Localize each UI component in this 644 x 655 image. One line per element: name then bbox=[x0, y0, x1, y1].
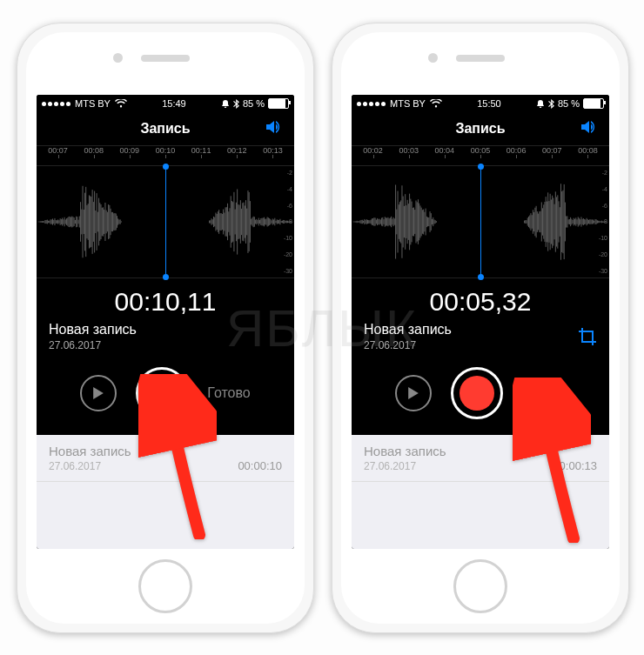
ruler-tick: 00:04 bbox=[426, 146, 462, 155]
ruler-tick: 00:11 bbox=[184, 146, 219, 155]
signal-icon bbox=[42, 102, 70, 106]
screen: MTS BY 15:50 85 % Запись 00:0200:0300:04… bbox=[352, 95, 609, 549]
signal-icon bbox=[357, 102, 386, 106]
timer: 00:05,32 bbox=[352, 278, 609, 322]
playhead[interactable] bbox=[480, 166, 481, 277]
waveform[interactable]: -2-4-6-8-10-20-30 bbox=[352, 166, 609, 278]
status-bar: MTS BY 15:50 85 % bbox=[352, 95, 609, 112]
list-item-name: Новая запись bbox=[49, 444, 131, 458]
controls: Готово bbox=[37, 360, 294, 435]
recording-name[interactable]: Новая запись bbox=[364, 322, 597, 338]
ruler-tick: 00:13 bbox=[255, 146, 291, 155]
list-item-duration: 00:00:13 bbox=[553, 459, 597, 472]
nav-bar: Запись bbox=[352, 112, 609, 146]
play-button[interactable] bbox=[80, 375, 117, 411]
recording-date: 27.06.2017 bbox=[364, 339, 597, 351]
ruler-tick: 00:08 bbox=[76, 146, 111, 155]
waveform[interactable]: -2-4-6-8-10-20-30 bbox=[37, 166, 294, 278]
phone-speaker bbox=[141, 55, 190, 62]
clock: 15:49 bbox=[127, 98, 221, 109]
speaker-button[interactable] bbox=[266, 119, 285, 138]
carrier-label: MTS BY bbox=[390, 98, 426, 109]
db-scale: -2-4-6-8-10-20-30 bbox=[284, 170, 292, 274]
play-button[interactable] bbox=[395, 375, 432, 411]
battery-pct: 85 % bbox=[558, 98, 580, 109]
recording-date: 27.06.2017 bbox=[49, 339, 282, 351]
ruler-tick: 00:03 bbox=[391, 146, 426, 155]
recordings-list[interactable]: Новая запись 27.06.2017 00:00:10 bbox=[37, 435, 294, 549]
controls: Готово bbox=[352, 360, 609, 435]
screen: MTS BY 15:49 85 % Запись 00:0700:0800:09… bbox=[37, 95, 294, 549]
recording-info: Новая запись 27.06.2017 bbox=[352, 322, 609, 360]
ruler-tick: 00:06 bbox=[499, 146, 534, 155]
crop-button[interactable] bbox=[578, 327, 597, 350]
recording-name[interactable]: Новая запись bbox=[49, 322, 282, 338]
alarm-icon bbox=[536, 99, 545, 108]
record-button[interactable] bbox=[451, 367, 503, 419]
list-item-date: 27.06.2017 bbox=[364, 460, 446, 472]
playhead[interactable] bbox=[165, 166, 166, 277]
status-bar: MTS BY 15:49 85 % bbox=[37, 95, 294, 112]
bluetooth-icon bbox=[233, 99, 239, 109]
phone-right: MTS BY 15:50 85 % Запись 00:0200:0300:04… bbox=[332, 23, 629, 633]
nav-bar: Запись bbox=[37, 112, 294, 146]
phone-left: MTS BY 15:49 85 % Запись 00:0700:0800:09… bbox=[17, 23, 314, 633]
ruler-tick: 00:09 bbox=[111, 146, 147, 155]
ruler-tick: 00:10 bbox=[147, 146, 183, 155]
nav-title: Запись bbox=[455, 121, 505, 137]
ruler-tick: 00:05 bbox=[462, 146, 498, 155]
ruler-tick: 00:07 bbox=[40, 146, 76, 155]
done-button: Готово bbox=[207, 385, 250, 401]
battery-pct: 85 % bbox=[243, 98, 265, 109]
list-item[interactable]: Новая запись 27.06.2017 00:00:10 bbox=[37, 435, 294, 482]
alarm-icon bbox=[221, 99, 230, 108]
stop-button[interactable] bbox=[136, 367, 188, 419]
list-item-duration: 00:00:10 bbox=[238, 459, 282, 472]
home-button[interactable] bbox=[453, 559, 507, 613]
db-scale: -2-4-6-8-10-20-30 bbox=[599, 170, 607, 274]
list-item-name: Новая запись bbox=[364, 444, 446, 458]
wifi-icon bbox=[430, 99, 442, 108]
list-item-date: 27.06.2017 bbox=[49, 460, 131, 472]
battery-icon bbox=[268, 98, 289, 109]
done-button[interactable]: Готово bbox=[522, 385, 565, 401]
recordings-list[interactable]: Новая запись 27.06.2017 00:00:13 bbox=[352, 435, 609, 549]
phone-speaker bbox=[456, 55, 505, 62]
bluetooth-icon bbox=[548, 99, 554, 109]
carrier-label: MTS BY bbox=[75, 98, 111, 109]
timer: 00:10,11 bbox=[37, 278, 294, 322]
speaker-button[interactable] bbox=[581, 119, 600, 138]
phone-camera bbox=[428, 53, 438, 63]
recording-info: Новая запись 27.06.2017 bbox=[37, 322, 294, 360]
stage: ЯБЛЫК MTS BY 15:49 85 % Запись 00:0700:0… bbox=[0, 0, 644, 655]
battery-icon bbox=[583, 98, 604, 109]
clock: 15:50 bbox=[442, 98, 536, 109]
ruler-tick: 00:02 bbox=[355, 146, 391, 155]
ruler-tick: 00:08 bbox=[570, 146, 606, 155]
home-button[interactable] bbox=[138, 559, 192, 613]
ruler-tick: 00:07 bbox=[534, 146, 570, 155]
list-item[interactable]: Новая запись 27.06.2017 00:00:13 bbox=[352, 435, 609, 482]
wifi-icon bbox=[115, 99, 127, 108]
nav-title: Запись bbox=[140, 121, 190, 137]
ruler-tick: 00:12 bbox=[219, 146, 255, 155]
phone-camera bbox=[113, 53, 123, 63]
